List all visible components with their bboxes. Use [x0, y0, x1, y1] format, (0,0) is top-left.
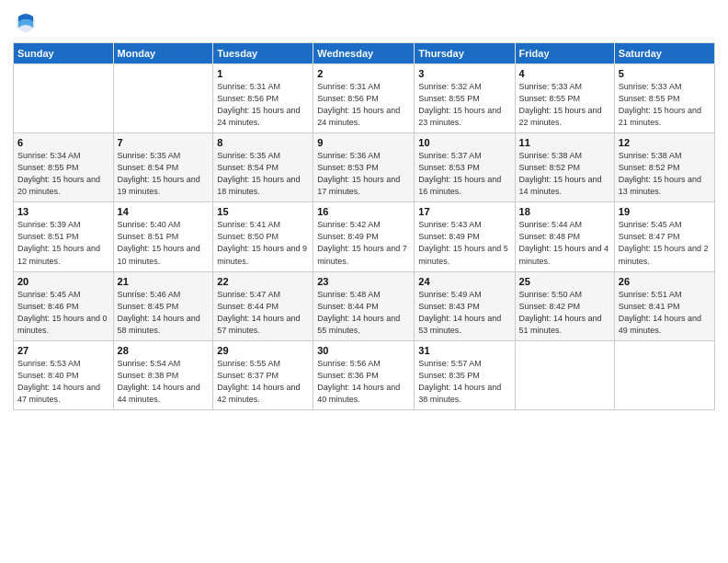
day-info: Sunrise: 5:31 AM Sunset: 8:56 PM Dayligh…	[217, 81, 309, 129]
day-info: Sunrise: 5:53 AM Sunset: 8:40 PM Dayligh…	[17, 358, 109, 406]
day-number: 23	[317, 276, 410, 287]
logo-icon	[13, 9, 39, 35]
calendar-cell	[614, 340, 714, 409]
day-info: Sunrise: 5:34 AM Sunset: 8:55 PM Dayligh…	[17, 150, 109, 198]
day-info: Sunrise: 5:56 AM Sunset: 8:36 PM Dayligh…	[317, 358, 410, 406]
calendar-cell: 12Sunrise: 5:38 AM Sunset: 8:52 PM Dayli…	[614, 133, 714, 202]
day-number: 14	[118, 206, 210, 217]
day-info: Sunrise: 5:39 AM Sunset: 8:51 PM Dayligh…	[17, 219, 109, 267]
day-number: 13	[17, 206, 109, 217]
day-info: Sunrise: 5:35 AM Sunset: 8:54 PM Dayligh…	[217, 150, 309, 198]
calendar-cell: 16Sunrise: 5:42 AM Sunset: 8:49 PM Dayli…	[313, 202, 415, 271]
calendar-cell: 1Sunrise: 5:31 AM Sunset: 8:56 PM Daylig…	[213, 64, 313, 133]
calendar-week-1: 1Sunrise: 5:31 AM Sunset: 8:56 PM Daylig…	[14, 64, 715, 133]
day-number: 5	[619, 68, 711, 79]
day-number: 3	[418, 68, 510, 79]
day-info: Sunrise: 5:44 AM Sunset: 8:48 PM Dayligh…	[519, 219, 610, 267]
weekday-header-monday: Monday	[113, 43, 213, 64]
day-number: 12	[619, 137, 711, 148]
weekday-header-sunday: Sunday	[14, 43, 114, 64]
day-number: 9	[317, 137, 410, 148]
weekday-header-thursday: Thursday	[415, 43, 515, 64]
day-info: Sunrise: 5:43 AM Sunset: 8:49 PM Dayligh…	[418, 219, 510, 267]
day-number: 10	[418, 137, 510, 148]
calendar-cell: 7Sunrise: 5:35 AM Sunset: 8:54 PM Daylig…	[113, 133, 213, 202]
calendar-cell: 15Sunrise: 5:41 AM Sunset: 8:50 PM Dayli…	[213, 202, 313, 271]
calendar-cell: 4Sunrise: 5:33 AM Sunset: 8:55 PM Daylig…	[515, 64, 614, 133]
calendar-cell: 22Sunrise: 5:47 AM Sunset: 8:44 PM Dayli…	[213, 271, 313, 340]
page: SundayMondayTuesdayWednesdayThursdayFrid…	[0, 0, 728, 563]
day-number: 17	[418, 206, 510, 217]
day-info: Sunrise: 5:51 AM Sunset: 8:41 PM Dayligh…	[619, 289, 711, 337]
calendar-week-4: 20Sunrise: 5:45 AM Sunset: 8:46 PM Dayli…	[14, 271, 715, 340]
calendar-cell: 25Sunrise: 5:50 AM Sunset: 8:42 PM Dayli…	[515, 271, 614, 340]
calendar-week-2: 6Sunrise: 5:34 AM Sunset: 8:55 PM Daylig…	[14, 133, 715, 202]
calendar-week-5: 27Sunrise: 5:53 AM Sunset: 8:40 PM Dayli…	[14, 340, 715, 409]
day-info: Sunrise: 5:41 AM Sunset: 8:50 PM Dayligh…	[217, 219, 309, 267]
calendar-cell: 31Sunrise: 5:57 AM Sunset: 8:35 PM Dayli…	[415, 340, 515, 409]
day-info: Sunrise: 5:45 AM Sunset: 8:47 PM Dayligh…	[619, 219, 711, 267]
calendar-cell: 11Sunrise: 5:38 AM Sunset: 8:52 PM Dayli…	[515, 133, 614, 202]
calendar-cell: 6Sunrise: 5:34 AM Sunset: 8:55 PM Daylig…	[14, 133, 114, 202]
calendar-week-3: 13Sunrise: 5:39 AM Sunset: 8:51 PM Dayli…	[14, 202, 715, 271]
calendar-cell: 20Sunrise: 5:45 AM Sunset: 8:46 PM Dayli…	[14, 271, 114, 340]
day-info: Sunrise: 5:55 AM Sunset: 8:37 PM Dayligh…	[217, 358, 309, 406]
day-info: Sunrise: 5:38 AM Sunset: 8:52 PM Dayligh…	[519, 150, 610, 198]
calendar-cell: 10Sunrise: 5:37 AM Sunset: 8:53 PM Dayli…	[415, 133, 515, 202]
day-number: 1	[217, 68, 309, 79]
day-number: 11	[519, 137, 610, 148]
calendar-cell: 5Sunrise: 5:33 AM Sunset: 8:55 PM Daylig…	[614, 64, 714, 133]
header	[13, 9, 715, 35]
day-info: Sunrise: 5:49 AM Sunset: 8:43 PM Dayligh…	[418, 289, 510, 337]
day-info: Sunrise: 5:46 AM Sunset: 8:45 PM Dayligh…	[118, 289, 210, 337]
day-info: Sunrise: 5:47 AM Sunset: 8:44 PM Dayligh…	[217, 289, 309, 337]
calendar-cell	[14, 64, 114, 133]
calendar-cell: 2Sunrise: 5:31 AM Sunset: 8:56 PM Daylig…	[313, 64, 415, 133]
calendar-cell: 14Sunrise: 5:40 AM Sunset: 8:51 PM Dayli…	[113, 202, 213, 271]
calendar-cell: 13Sunrise: 5:39 AM Sunset: 8:51 PM Dayli…	[14, 202, 114, 271]
day-info: Sunrise: 5:57 AM Sunset: 8:35 PM Dayligh…	[418, 358, 510, 406]
day-info: Sunrise: 5:33 AM Sunset: 8:55 PM Dayligh…	[519, 81, 610, 129]
calendar-cell	[113, 64, 213, 133]
weekday-header-saturday: Saturday	[614, 43, 714, 64]
calendar-cell: 21Sunrise: 5:46 AM Sunset: 8:45 PM Dayli…	[113, 271, 213, 340]
day-info: Sunrise: 5:54 AM Sunset: 8:38 PM Dayligh…	[118, 358, 210, 406]
day-number: 8	[217, 137, 309, 148]
day-info: Sunrise: 5:36 AM Sunset: 8:53 PM Dayligh…	[317, 150, 410, 198]
day-number: 24	[418, 276, 510, 287]
calendar-cell: 24Sunrise: 5:49 AM Sunset: 8:43 PM Dayli…	[415, 271, 515, 340]
calendar-cell: 26Sunrise: 5:51 AM Sunset: 8:41 PM Dayli…	[614, 271, 714, 340]
calendar-cell: 27Sunrise: 5:53 AM Sunset: 8:40 PM Dayli…	[14, 340, 114, 409]
day-number: 4	[519, 68, 610, 79]
day-number: 30	[317, 345, 410, 356]
day-info: Sunrise: 5:35 AM Sunset: 8:54 PM Dayligh…	[118, 150, 210, 198]
day-number: 21	[118, 276, 210, 287]
day-number: 2	[317, 68, 410, 79]
day-number: 22	[217, 276, 309, 287]
day-number: 28	[118, 345, 210, 356]
calendar-cell: 23Sunrise: 5:48 AM Sunset: 8:44 PM Dayli…	[313, 271, 415, 340]
day-number: 7	[118, 137, 210, 148]
day-number: 29	[217, 345, 309, 356]
day-number: 19	[619, 206, 711, 217]
calendar-cell: 18Sunrise: 5:44 AM Sunset: 8:48 PM Dayli…	[515, 202, 614, 271]
day-info: Sunrise: 5:48 AM Sunset: 8:44 PM Dayligh…	[317, 289, 410, 337]
calendar-header-row: SundayMondayTuesdayWednesdayThursdayFrid…	[14, 43, 715, 64]
day-number: 18	[519, 206, 610, 217]
weekday-header-wednesday: Wednesday	[313, 43, 415, 64]
day-number: 25	[519, 276, 610, 287]
calendar-cell: 3Sunrise: 5:32 AM Sunset: 8:55 PM Daylig…	[415, 64, 515, 133]
weekday-header-friday: Friday	[515, 43, 614, 64]
logo	[13, 9, 42, 35]
weekday-header-tuesday: Tuesday	[213, 43, 313, 64]
day-number: 15	[217, 206, 309, 217]
day-number: 20	[17, 276, 109, 287]
day-info: Sunrise: 5:45 AM Sunset: 8:46 PM Dayligh…	[17, 289, 109, 337]
day-info: Sunrise: 5:40 AM Sunset: 8:51 PM Dayligh…	[118, 219, 210, 267]
calendar-cell: 8Sunrise: 5:35 AM Sunset: 8:54 PM Daylig…	[213, 133, 313, 202]
day-info: Sunrise: 5:42 AM Sunset: 8:49 PM Dayligh…	[317, 219, 410, 267]
calendar-cell	[515, 340, 614, 409]
day-number: 26	[619, 276, 711, 287]
day-number: 6	[17, 137, 109, 148]
day-info: Sunrise: 5:38 AM Sunset: 8:52 PM Dayligh…	[619, 150, 711, 198]
